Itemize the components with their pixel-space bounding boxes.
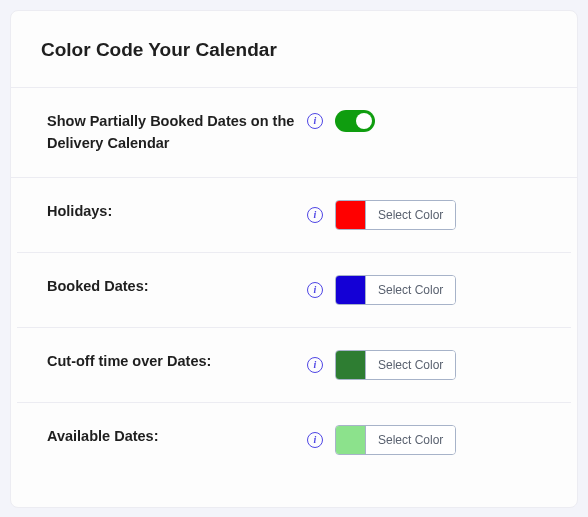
page-title: Color Code Your Calendar bbox=[41, 39, 547, 61]
color-picker-holidays[interactable]: Select Color bbox=[335, 200, 456, 230]
card-header: Color Code Your Calendar bbox=[11, 11, 577, 88]
info-icon[interactable] bbox=[307, 357, 323, 373]
info-icon[interactable] bbox=[307, 113, 323, 129]
toggle-show-partial[interactable] bbox=[335, 110, 375, 132]
controls-available: Select Color bbox=[307, 425, 456, 455]
row-booked: Booked Dates: Select Color bbox=[17, 253, 571, 328]
settings-card: Color Code Your Calendar Show Partially … bbox=[10, 10, 578, 508]
controls-show-partial bbox=[307, 110, 375, 132]
row-holidays: Holidays: Select Color bbox=[17, 178, 571, 253]
label-cutoff: Cut-off time over Dates: bbox=[47, 350, 307, 372]
label-available: Available Dates: bbox=[47, 425, 307, 447]
color-picker-cutoff[interactable]: Select Color bbox=[335, 350, 456, 380]
label-booked: Booked Dates: bbox=[47, 275, 307, 297]
label-holidays: Holidays: bbox=[47, 200, 307, 222]
controls-cutoff: Select Color bbox=[307, 350, 456, 380]
row-available: Available Dates: Select Color bbox=[17, 403, 571, 477]
row-show-partial: Show Partially Booked Dates on the Deliv… bbox=[11, 88, 577, 178]
picker-label: Select Color bbox=[366, 201, 455, 229]
controls-holidays: Select Color bbox=[307, 200, 456, 230]
info-icon[interactable] bbox=[307, 207, 323, 223]
picker-label: Select Color bbox=[366, 351, 455, 379]
color-picker-booked[interactable]: Select Color bbox=[335, 275, 456, 305]
swatch-booked bbox=[336, 276, 366, 304]
info-icon[interactable] bbox=[307, 282, 323, 298]
controls-booked: Select Color bbox=[307, 275, 456, 305]
info-icon[interactable] bbox=[307, 432, 323, 448]
picker-label: Select Color bbox=[366, 276, 455, 304]
swatch-holidays bbox=[336, 201, 366, 229]
label-show-partial: Show Partially Booked Dates on the Deliv… bbox=[47, 110, 307, 155]
color-picker-available[interactable]: Select Color bbox=[335, 425, 456, 455]
swatch-cutoff bbox=[336, 351, 366, 379]
picker-label: Select Color bbox=[366, 426, 455, 454]
swatch-available bbox=[336, 426, 366, 454]
row-cutoff: Cut-off time over Dates: Select Color bbox=[17, 328, 571, 403]
